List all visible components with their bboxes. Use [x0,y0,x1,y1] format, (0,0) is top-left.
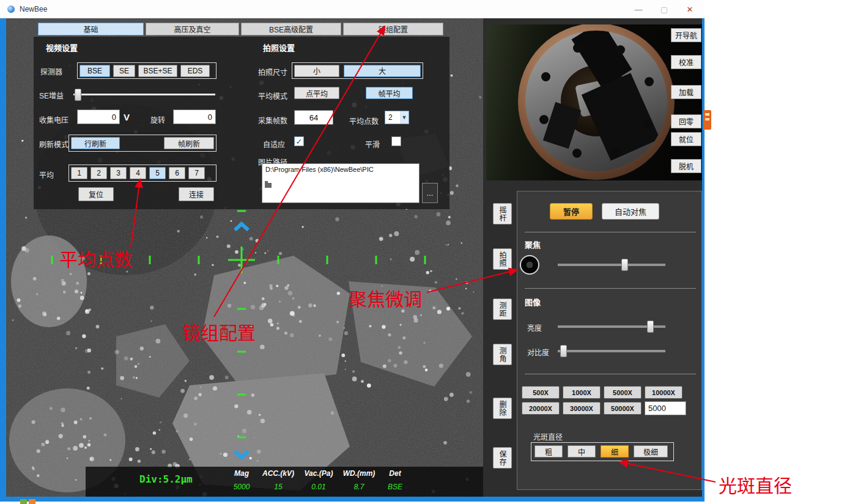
tool-measure-distance-button[interactable]: 测距 [493,298,512,320]
smooth-checkbox[interactable] [391,136,401,146]
status-acc-header: ACC.(kV) [262,469,294,478]
tab-bse-advanced[interactable]: BSE高级配置 [241,23,341,35]
average-7-button[interactable]: 7 [188,167,205,179]
connect-button[interactable]: 连接 [179,187,214,201]
nav-return-zero-button[interactable]: 回零 [671,114,701,128]
mag-30000x-button[interactable]: 30000X [563,402,601,415]
close-button[interactable]: ✕ [678,0,702,18]
detector-label: 探测器 [40,66,62,76]
refresh-line-button[interactable]: 行刷新 [71,137,120,149]
point-average-button[interactable]: 点平均 [294,87,339,99]
autofocus-button[interactable]: 自动对焦 [602,203,659,220]
collect-voltage-label: 收集电压 [39,114,68,125]
chamber-hole [645,77,654,86]
contrast-track [558,350,665,352]
mag-20000x-button[interactable]: 20000X [522,402,560,415]
average-3-button[interactable]: 3 [110,167,127,179]
minimize-button[interactable]: — [626,0,651,18]
adaptive-checkbox[interactable]: ✓ [294,136,304,146]
tab-basic[interactable]: 基础 [38,23,144,35]
app-logo-icon [7,6,15,13]
tool-measure-angle-button[interactable]: 测角 [493,344,512,365]
desktop-icon[interactable] [703,110,711,130]
spot-medium-button[interactable]: 中 [568,445,596,458]
mag-10000x-button[interactable]: 10000X [645,386,682,399]
taskbar-icon[interactable] [29,499,35,504]
voltage-unit-label: V [124,112,130,122]
tab-hv-vacuum[interactable]: 高压及真空 [146,23,239,35]
taskbar-icon[interactable] [20,499,27,504]
reset-button[interactable]: 复位 [78,187,114,201]
browse-button[interactable]: ... [422,183,438,203]
average-5-button[interactable]: 5 [149,167,166,179]
annotation-spot-diameter: 光斑直径 [719,471,792,498]
detector-eds-button[interactable]: EDS [180,65,210,77]
nav-offline-button[interactable]: 脱机 [671,159,701,173]
detector-bse-se-button[interactable]: BSE+SE [138,65,177,77]
image-path-field[interactable]: D:\Program Files (x86)\NewBee\PIC [262,163,420,203]
tool-delete-button[interactable]: 删除 [493,398,512,419]
chamber-hole [643,120,652,129]
focus-slider[interactable] [558,259,665,271]
tool-photo-button[interactable]: 拍照 [493,248,512,270]
brightness-slider[interactable] [558,321,665,333]
scale-div-label: Div:5.2μm [139,473,193,485]
brightness-thumb[interactable] [647,321,654,333]
collect-voltage-input[interactable] [77,109,120,124]
detector-bse-button[interactable]: BSE [80,65,110,77]
mag-50000x-button[interactable]: 50000X [604,402,642,415]
tool-save-button[interactable]: 保存 [493,447,512,469]
mag-500x-button[interactable]: 500X [522,386,560,399]
rotation-input[interactable] [173,109,216,124]
status-det-header: Det [389,469,401,478]
se-gain-slider[interactable] [73,89,215,101]
annotation-lens-config: 镜组配置 [182,318,256,345]
divider [525,374,696,374]
mag-1000x-button[interactable]: 1000X [563,386,601,399]
frame-average-button[interactable]: 帧平均 [366,87,413,99]
se-gain-thumb[interactable] [75,89,81,101]
se-gain-label: SE增益 [39,90,64,100]
tool-joystick-button[interactable]: 摇杆 [493,203,512,224]
capture-frames-input[interactable] [294,110,333,125]
window-titlebar: NewBee — ▢ ✕ [0,0,705,18]
nav-in-position-button[interactable]: 就位 [671,132,701,146]
focus-track [558,264,665,266]
size-small-button[interactable]: 小 [294,65,339,77]
chamber-hole [539,115,549,124]
maximize-button[interactable]: ▢ [652,0,676,18]
focus-thumb[interactable] [621,259,628,271]
refresh-frame-button[interactable]: 帧刷新 [164,137,214,149]
contrast-thumb[interactable] [560,345,567,357]
photo-size-group: 小 大 [292,62,423,79]
spot-fine-button[interactable]: 细 [601,445,629,458]
focus-fine-knob[interactable] [520,255,539,275]
magnification-input[interactable] [645,401,686,415]
capture-frames-label: 采集帧数 [258,115,287,125]
average-points-dropdown[interactable]: 2 ▼ [385,111,409,124]
mag-5000x-button[interactable]: 5000X [604,386,642,399]
average-1-button[interactable]: 1 [71,167,87,179]
refresh-mode-group: 行刷新 帧刷新 [68,135,216,152]
nav-calibrate-button[interactable]: 校准 [671,55,701,69]
status-vac-header: Vac.(Pa) [305,469,333,478]
pause-button[interactable]: 暂停 [550,203,593,220]
size-large-button[interactable]: 大 [344,65,421,77]
average-points-value: 2 [385,111,400,124]
chamber-hole [573,43,582,53]
tab-lens-config[interactable]: 镜组配置 [343,23,443,35]
average-4-button[interactable]: 4 [130,167,146,179]
nav-load-button[interactable]: 加载 [671,85,701,99]
contrast-label: 对比度 [527,347,549,357]
contrast-slider[interactable] [558,345,665,357]
nav-open-navigation-button[interactable]: 开导航 [671,28,701,42]
dropdown-arrow-icon[interactable]: ▼ [400,111,409,124]
average-2-button[interactable]: 2 [91,167,107,179]
status-det-value: BSE [388,483,402,491]
average-6-button[interactable]: 6 [169,167,185,179]
spot-extra-fine-button[interactable]: 极细 [634,445,668,458]
detector-se-button[interactable]: SE [113,65,135,77]
chamber-hole [616,45,625,54]
spot-diameter-label: 光斑直径 [533,431,563,442]
spot-coarse-button[interactable]: 粗 [534,445,563,458]
